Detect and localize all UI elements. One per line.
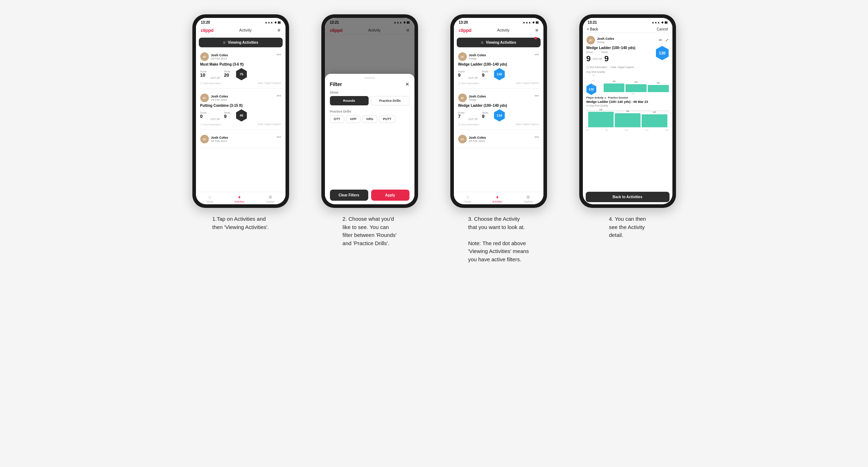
filter-icon-1: ⚙: [223, 41, 226, 44]
score-value-3-1: 9: [458, 73, 465, 78]
avatar-3-2: JC: [458, 94, 467, 102]
activity-card-3-3[interactable]: JC Josh Coles 28 Feb 2023 •••: [457, 132, 541, 148]
stats-row-3-2: Score 7 OUT OF Shots 9 118: [458, 109, 539, 121]
card-header-1-3: JC Josh Coles 28 Feb 2023 •••: [200, 135, 281, 143]
wifi-icon-4: ◈: [661, 21, 663, 24]
capture-icon-1: ⊕: [268, 194, 272, 200]
footer-right-1-1: Data: Clippd Capture: [258, 82, 281, 85]
toggle-rounds[interactable]: Rounds: [330, 96, 369, 105]
player-activity-row-4: Player Activity ▶ Practice Session: [586, 96, 669, 99]
apply-button[interactable]: Apply: [371, 190, 409, 201]
drill-title-4: Wedge Ladder (100–140 yds): [586, 46, 636, 50]
score-col-label-4: Score: [586, 51, 593, 53]
caption-4: 4. You can thensee the Activitydetail.: [609, 215, 646, 239]
nav-activities-3[interactable]: ♦ Activities: [493, 194, 503, 203]
activities-icon-3: ♦: [496, 194, 499, 200]
avatar-4: JC: [586, 36, 595, 44]
out-of-3-2: OUT OF: [469, 118, 478, 121]
step-1-column: 13:20 ▲▲▲ ◈ ▮▮ clippd Activity ≡ ⚙ Vie: [183, 14, 298, 263]
footer-right-1-2: Data: Clippd Capture: [258, 123, 281, 127]
shots-value-3-2: 9: [482, 114, 488, 119]
activity-card-1-3[interactable]: JC Josh Coles 28 Feb 2023 •••: [199, 132, 283, 148]
user-info-1-3: JC Josh Coles 28 Feb 2023: [200, 135, 228, 143]
app-nav-3: clippd Activity ≡: [454, 26, 543, 35]
activity-title-1-1: Must Make Putting (3-6 ft): [200, 62, 281, 66]
phone-frame-1: 13:20 ▲▲▲ ◈ ▮▮ clippd Activity ≡ ⚙ Vie: [192, 14, 289, 208]
nav-capture-1[interactable]: ⊕ Capture: [266, 194, 275, 203]
activity-card-3-1[interactable]: JC Josh Coles Today ••• Wedge Ladder (10…: [457, 49, 541, 89]
info-row-4: ⓘ Test Information Data: Clippd Capture: [586, 66, 669, 69]
more-dots-3-1[interactable]: •••: [534, 52, 539, 57]
filter-icon-3: ⚙: [481, 41, 484, 44]
menu-icon-3[interactable]: ≡: [535, 27, 538, 33]
more-dots-1-3[interactable]: •••: [277, 135, 281, 140]
back-button-4[interactable]: < Back: [587, 27, 598, 31]
nav-capture-3[interactable]: ⊕ Capture: [524, 194, 533, 203]
nav-home-1[interactable]: ⌂ Home: [206, 194, 213, 203]
drill-tag-arg[interactable]: ARG: [362, 115, 377, 123]
battery-icon-1: ▮▮: [278, 21, 280, 24]
status-icons-3: ▲▲▲ ◈ ▮▮: [523, 21, 538, 24]
user-date-4: Today: [597, 40, 614, 44]
user-details-3-2: Josh Coles Today: [469, 95, 486, 101]
wifi-icon-1: ◈: [274, 21, 277, 24]
activities-label-3: Activities: [493, 200, 503, 203]
detail-score-row-4: 9 OUT OF 9: [586, 54, 636, 63]
sq-badge-1-1: 75: [236, 68, 247, 80]
drill-tag-putt[interactable]: PUTT: [379, 115, 395, 123]
menu-icon-1[interactable]: ≡: [277, 27, 280, 33]
sq-badge-large-4: 130: [656, 46, 669, 60]
drill-tag-ott[interactable]: OTT: [330, 115, 344, 123]
capture-icon-3: ⊕: [526, 194, 530, 200]
user-date-1-3: 28 Feb 2023: [211, 139, 228, 143]
footer-left-3-2: ⓘ Test Information: [458, 123, 479, 127]
stat-group-shots-3-2: Shots 9: [482, 111, 488, 119]
caption-1: 1.Tap on Activities andthen 'Viewing Act…: [212, 215, 269, 231]
phone-frame-3: 13:20 ▲▲▲ ◈ ▮▮ clippd Activity ≡ ⚙ Vie: [450, 14, 547, 208]
filter-close-icon[interactable]: ✕: [405, 81, 409, 87]
nav-activities-1[interactable]: ♦ Activities: [235, 194, 245, 203]
user-name-4: Josh Coles: [597, 37, 614, 40]
stat-group-score-1-1: Score 10: [200, 70, 207, 78]
clear-filters-button[interactable]: Clear Filters: [330, 190, 368, 201]
shots-col-label-4: Shots: [601, 51, 608, 53]
toggle-practice-drills[interactable]: Practice Drills: [371, 96, 409, 105]
phone-screen-1: 13:20 ▲▲▲ ◈ ▮▮ clippd Activity ≡ ⚙ Vie: [196, 18, 286, 204]
filter-actions: Clear Filters Apply: [330, 190, 409, 201]
more-dots-1-1[interactable]: •••: [277, 52, 281, 57]
user-name-1-1: Josh Coles: [211, 53, 228, 57]
user-name-3-2: Josh Coles: [469, 95, 486, 98]
activity-title-3-1: Wedge Ladder (100–140 yds): [458, 62, 539, 66]
more-dots-3-3[interactable]: •••: [534, 135, 539, 140]
viewing-banner-3[interactable]: ⚙ Viewing Activities: [457, 38, 541, 47]
activities-label-1: Activities: [235, 200, 245, 203]
home-label-3: Home: [464, 200, 471, 203]
expand-icon-4[interactable]: ⤢: [665, 38, 669, 43]
detail-score-num-4: 9: [586, 54, 591, 63]
stats-row-1-2: Score 0 OUT OF Shots 9 45: [200, 109, 281, 121]
nav-home-3[interactable]: ⌂ Home: [464, 194, 471, 203]
shots-value-1-1: 20: [224, 73, 230, 78]
user-details-3-3: Josh Coles 28 Feb 2023: [469, 136, 486, 143]
card-header-3-3: JC Josh Coles 28 Feb 2023 •••: [458, 135, 539, 143]
red-dot-3: [534, 37, 537, 39]
status-time-3: 13:20: [459, 20, 468, 24]
app-logo-1: clippd: [201, 28, 214, 33]
viewing-banner-1[interactable]: ⚙ Viewing Activities: [199, 38, 283, 47]
filter-header: Filter ✕: [330, 81, 409, 87]
back-to-activities-button-4[interactable]: Back to Activities: [586, 192, 670, 202]
sq-badge-3-1: 130: [494, 68, 505, 80]
step-4-column: 13:21 ▲▲▲ ◈ ▮▮ < Back Cancel JC: [570, 14, 685, 263]
activity-card-1-2[interactable]: JC Josh Coles 28 Feb 2023 ••• Putting Co…: [199, 91, 283, 130]
caption-3: 3. Choose the Activitythat you want to l…: [468, 215, 529, 263]
more-dots-1-2[interactable]: •••: [277, 94, 281, 99]
edit-icon-4[interactable]: ✏: [659, 38, 662, 43]
activity-card-1-1[interactable]: JC Josh Coles 28 Feb 2023 ••• Must Make …: [199, 49, 283, 89]
cancel-button-4[interactable]: Cancel: [657, 27, 668, 31]
user-date-3-1: Today: [469, 57, 486, 60]
detail-user-info-4: JC Josh Coles Today: [586, 36, 614, 44]
nav-title-3: Activity: [497, 28, 510, 32]
more-dots-3-2[interactable]: •••: [534, 94, 539, 99]
drill-tag-app[interactable]: APP: [346, 115, 361, 123]
activity-card-3-2[interactable]: JC Josh Coles Today ••• Wedge Ladder (10…: [457, 91, 541, 130]
